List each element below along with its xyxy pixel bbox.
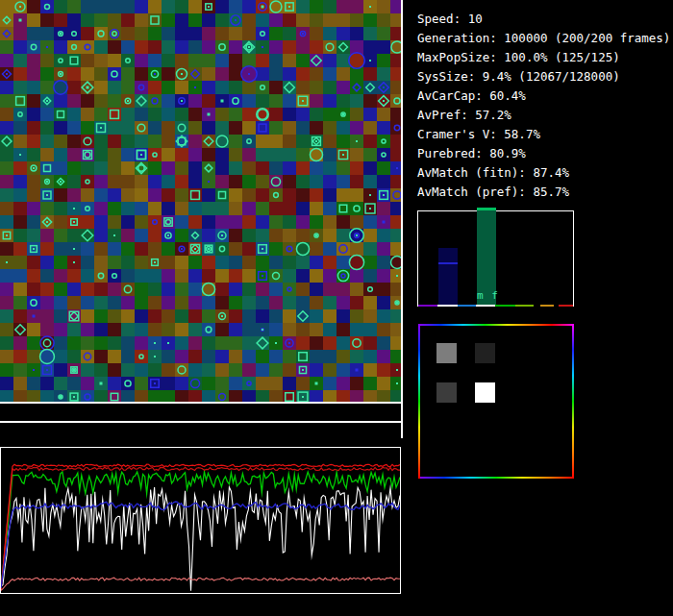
- hue-axis-segment: [418, 305, 437, 307]
- stat-speed: Speed: 10: [417, 10, 670, 29]
- timeline-chart-canvas: [1, 448, 400, 593]
- matrix-cell: [475, 382, 495, 403]
- stat-avmatch-pref: AvMatch (pref): 85.7%: [417, 183, 670, 202]
- world-right-border: [401, 0, 403, 438]
- male-bar: [438, 248, 458, 305]
- hue-axis-segment: [458, 305, 477, 307]
- stat-avpref: AvPref: 57.2%: [417, 106, 670, 125]
- world-bottom-border: [0, 402, 402, 404]
- matrix-cell: [436, 343, 457, 363]
- matrix-border-right: [572, 324, 574, 479]
- stat-cramers-v: Cramer's V: 58.7%: [417, 125, 670, 144]
- stat-generation: Generation: 100000 (200/200 frames): [417, 29, 670, 48]
- sex-label: m f: [477, 289, 496, 302]
- hue-axis-segment: [437, 305, 458, 307]
- matrix-cell: [436, 382, 457, 403]
- matrix-border-top: [418, 324, 574, 326]
- stat-avmatch-fitn: AvMatch (fitn): 87.4%: [417, 163, 670, 183]
- matrix-cell: [475, 343, 495, 363]
- stats-panel: Speed: 10 Generation: 100000 (200/200 fr…: [417, 10, 670, 202]
- hue-axis-segment: [476, 305, 495, 307]
- hue-axis-segment: [495, 305, 515, 307]
- matrix-border-left: [418, 324, 420, 479]
- sex-histogram-box: m f: [417, 210, 574, 307]
- male-bar-marker: [438, 262, 458, 264]
- simulation-window: Speed: 10 Generation: 100000 (200/200 fr…: [0, 0, 673, 616]
- hue-axis-segment: [540, 305, 554, 307]
- stat-purebred: Purebred: 80.9%: [417, 144, 670, 163]
- hue-axis-segment: [559, 305, 573, 307]
- stat-maxpopsize: MaxPopSize: 100.0% (125/125): [417, 48, 670, 67]
- timeline-chart-box: [0, 447, 401, 594]
- preference-matrix-box: [418, 324, 574, 479]
- hue-axis: [418, 305, 573, 307]
- hue-axis-segment: [534, 305, 541, 307]
- female-bar-cap: [477, 208, 496, 210]
- hue-axis-segment: [515, 305, 534, 307]
- stat-syssize: SysSize: 9.4% (12067/128000): [417, 67, 670, 86]
- matrix-border-bottom: [418, 477, 574, 479]
- world-grid-canvas[interactable]: [0, 0, 402, 402]
- frame-progress-bar: [0, 421, 402, 423]
- stat-avcarcap: AvCarCap: 60.4%: [417, 86, 670, 106]
